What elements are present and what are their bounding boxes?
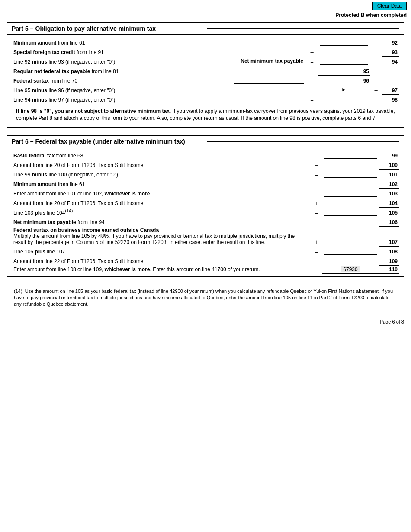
row-op2: – bbox=[370, 85, 382, 94]
row-op: – bbox=[306, 47, 318, 56]
field-103[interactable] bbox=[324, 189, 377, 197]
table-row: Line 95 minus line 96 (if negative, ente… bbox=[12, 85, 399, 94]
line-num-102: 102 bbox=[379, 179, 399, 188]
row-field bbox=[322, 207, 379, 217]
row-eq bbox=[370, 37, 382, 47]
row-op: – bbox=[310, 160, 322, 169]
row-label: Minimum amount from line 61 bbox=[12, 37, 232, 47]
row-field bbox=[322, 226, 379, 246]
row-op: = bbox=[306, 56, 318, 66]
line-num-108: 108 bbox=[379, 246, 399, 256]
row-op: + bbox=[310, 226, 322, 246]
line-num-94: 94 bbox=[382, 56, 399, 66]
part6-section: Part 6 – Federal tax payable (under alte… bbox=[7, 135, 404, 277]
table-row: Minimum amount from line 61 102 bbox=[12, 179, 399, 188]
protected-b-label: Protected B when completed bbox=[0, 11, 411, 20]
row-label: Amount from line 22 of Form T1206, Tax o… bbox=[12, 256, 310, 265]
field-105[interactable] bbox=[324, 208, 377, 216]
row-label: Line 95 minus line 96 (if negative, ente… bbox=[12, 85, 232, 94]
row-empty bbox=[382, 66, 399, 75]
row-op bbox=[310, 265, 322, 273]
row-eq bbox=[370, 66, 382, 75]
line-num-105: 105 bbox=[379, 207, 399, 217]
row-eq bbox=[370, 75, 382, 85]
part6-title-line bbox=[207, 141, 399, 142]
field-92[interactable] bbox=[320, 38, 368, 46]
field-107[interactable] bbox=[324, 237, 377, 245]
field-96a[interactable] bbox=[234, 76, 304, 84]
row-op bbox=[310, 150, 322, 160]
line-num-107: 107 bbox=[379, 226, 399, 246]
part6-title-bar: Part 6 – Federal tax payable (under alte… bbox=[7, 136, 404, 147]
field-102[interactable] bbox=[324, 179, 377, 187]
row-field bbox=[318, 37, 370, 47]
field-104[interactable] bbox=[324, 199, 377, 206]
row-mid bbox=[232, 47, 306, 56]
table-row: Amount from line 22 of Form T1206, Tax o… bbox=[12, 256, 399, 265]
row-mid bbox=[232, 85, 306, 94]
field-109[interactable] bbox=[324, 256, 377, 264]
part5-title-line bbox=[207, 28, 399, 29]
row-op bbox=[310, 188, 322, 198]
row-eq bbox=[370, 56, 382, 66]
part5-note: If line 98 is "0", you are not subject t… bbox=[12, 104, 399, 125]
part6-table: Basic federal tax from line 68 99 Amount… bbox=[12, 150, 399, 274]
row-op: = bbox=[310, 169, 322, 179]
field-106[interactable] bbox=[324, 218, 377, 225]
table-row: Amount from line 20 of Form T1206, Tax o… bbox=[12, 160, 399, 169]
row-field bbox=[322, 256, 379, 265]
table-row: Line 99 minus line 100 (if negative, ent… bbox=[12, 169, 399, 179]
row-empty bbox=[382, 75, 399, 85]
field-100[interactable] bbox=[324, 160, 377, 168]
row-label: Line 99 minus line 100 (if negative, ent… bbox=[12, 169, 310, 179]
line-num-106: 106 bbox=[379, 217, 399, 226]
field-97a[interactable] bbox=[234, 86, 304, 93]
table-row: Federal surtax on business income earned… bbox=[12, 226, 399, 246]
row-mid: Net minimum tax payable bbox=[232, 56, 306, 66]
field-101[interactable] bbox=[324, 170, 377, 178]
part5-title-bar: Part 5 – Obligation to pay alternative m… bbox=[7, 23, 404, 35]
row-field bbox=[322, 160, 379, 169]
table-row: Net minimum tax payable from line 94 106 bbox=[12, 217, 399, 226]
row-op bbox=[310, 256, 322, 265]
row-op: + bbox=[310, 198, 322, 207]
row-mid bbox=[232, 75, 306, 85]
row-op bbox=[306, 66, 318, 75]
part5-table: Minimum amount from line 61 92 Special f… bbox=[12, 37, 399, 104]
page-number: Page 6 of 8 bbox=[0, 317, 411, 327]
row-label: Line 94 minus line 97 (if negative, ente… bbox=[12, 94, 232, 104]
row-eq bbox=[370, 47, 382, 56]
row-mid bbox=[232, 66, 306, 75]
row-label: Enter amount from line 108 or line 109, … bbox=[12, 265, 310, 273]
table-row: Regular net federal tax payable from lin… bbox=[12, 66, 399, 75]
row-field bbox=[318, 56, 370, 66]
row-field bbox=[318, 47, 370, 56]
row-label: Line 106 plus line 107 bbox=[12, 246, 310, 256]
row-label: Net minimum tax payable from line 94 bbox=[12, 217, 310, 226]
line-num-101: 101 bbox=[379, 169, 399, 179]
row-mid bbox=[232, 94, 306, 104]
row-field bbox=[322, 188, 379, 198]
table-row: Minimum amount from line 61 92 bbox=[12, 37, 399, 47]
row-value-67930: 67930 bbox=[322, 265, 379, 273]
row-field bbox=[322, 150, 379, 160]
field-98[interactable] bbox=[320, 95, 368, 103]
field-99[interactable] bbox=[324, 151, 377, 159]
field-95a[interactable] bbox=[234, 67, 304, 74]
line-num-110: 110 bbox=[379, 265, 399, 273]
clear-data-button[interactable]: Clear Data bbox=[372, 2, 407, 10]
table-row: Line 106 plus line 107 = 108 bbox=[12, 246, 399, 256]
row-field bbox=[322, 198, 379, 207]
line-num-93: 93 bbox=[382, 47, 399, 56]
field-93[interactable] bbox=[320, 48, 368, 55]
row-field bbox=[322, 246, 379, 256]
table-row: Line 94 minus line 97 (if negative, ente… bbox=[12, 94, 399, 104]
line-num-99: 99 bbox=[379, 150, 399, 160]
field-94[interactable] bbox=[320, 57, 368, 65]
field-108[interactable] bbox=[324, 247, 377, 255]
row-label: Special foreign tax credit from line 91 bbox=[12, 47, 232, 56]
line-num-100: 100 bbox=[379, 160, 399, 169]
row-op: = bbox=[306, 85, 318, 94]
row-mid bbox=[232, 37, 306, 47]
arrow-97: ► bbox=[318, 85, 370, 94]
